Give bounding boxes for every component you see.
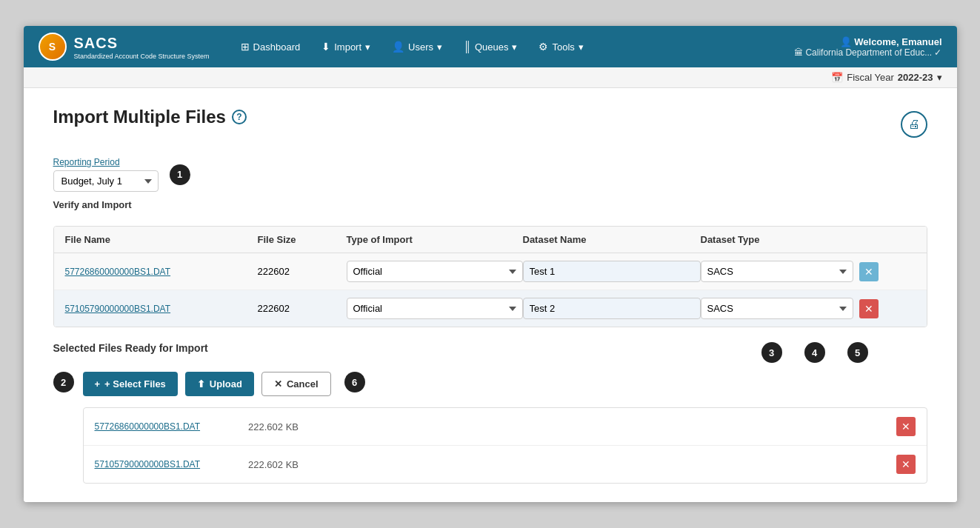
- logo-text: SACS Standardized Account Code Structure…: [74, 33, 210, 61]
- col-typeofimport: Type of Import: [347, 234, 523, 245]
- users-icon: 👤: [392, 41, 404, 53]
- tools-icon: ⚙: [539, 41, 548, 53]
- chevron-down-icon: ▾: [937, 72, 942, 83]
- dataset-name-input-2[interactable]: [523, 298, 701, 319]
- file-size-2: 222602: [258, 303, 347, 314]
- files-list: 57726860000000BS1.DAT 222.602 KB ✕ 57105…: [83, 407, 927, 484]
- print-button[interactable]: 🖨: [901, 111, 927, 138]
- import-table: File Name File Size Type of Import Datas…: [53, 226, 927, 327]
- nav-users[interactable]: 👤 Users ▾: [383, 35, 451, 59]
- col-datasetname: Dataset Name: [523, 234, 701, 245]
- dataset-type-select-2[interactable]: SACS Other: [701, 298, 853, 319]
- org-text[interactable]: 🏛 California Department of Educ... ✓: [794, 47, 941, 58]
- listed-file-size-1: 222.602 KB: [248, 421, 299, 432]
- list-item: 57105790000000BS1.DAT 222.602 KB ✕: [84, 446, 927, 483]
- logo-icon: S: [39, 33, 67, 61]
- step-5-badge: 5: [847, 342, 868, 363]
- dashboard-icon: ⊞: [241, 41, 250, 53]
- reporting-period-label: Reporting Period: [53, 157, 159, 167]
- cancel-button[interactable]: ✕ Cancel: [261, 372, 331, 396]
- upload-button[interactable]: ⬆ Upload: [185, 372, 254, 396]
- user-icon: 👤: [840, 36, 852, 47]
- remove-row-2-button[interactable]: ✕: [859, 299, 879, 318]
- verify-label: Verify and Import: [53, 199, 132, 210]
- type-of-import-select-2[interactable]: Official Test: [347, 298, 523, 319]
- chevron-down-icon: ▾: [512, 41, 517, 53]
- dataset-type-select-1[interactable]: SACS Other: [701, 261, 853, 282]
- calendar-icon: 📅: [831, 72, 843, 83]
- nav-dashboard[interactable]: ⊞ Dashboard: [232, 35, 310, 59]
- remove-row-1-button[interactable]: ✕: [859, 262, 879, 281]
- chevron-down-icon: ▾: [437, 41, 442, 53]
- step-6-badge: 6: [344, 372, 365, 392]
- file-size-1: 222602: [258, 266, 347, 277]
- chevron-down-icon: ▾: [365, 41, 370, 53]
- subheader: 📅 Fiscal Year 2022-23 ▾: [24, 67, 957, 88]
- welcome-text: 👤 Welcome, Emanuel: [794, 36, 941, 47]
- step-2-badge: 2: [53, 372, 74, 392]
- remove-listed-file-2-button[interactable]: ✕: [896, 455, 916, 474]
- nav-import[interactable]: ⬇ Import ▾: [313, 35, 379, 59]
- table-row: 57726860000000BS1.DAT 222602 Official Te…: [54, 253, 927, 290]
- type-of-import-select-1[interactable]: Official Test: [347, 261, 523, 282]
- user-info: 👤 Welcome, Emanuel 🏛 California Departme…: [794, 36, 941, 58]
- file-name-2[interactable]: 57105790000000BS1.DAT: [65, 304, 171, 314]
- main-nav: ⊞ Dashboard ⬇ Import ▾ 👤 Users ▾ ║ Queue…: [232, 35, 794, 59]
- import-icon: ⬇: [321, 41, 330, 53]
- col-actions: [879, 234, 916, 245]
- fiscal-year-selector[interactable]: 📅 Fiscal Year 2022-23 ▾: [831, 72, 941, 83]
- col-filename: File Name: [65, 234, 258, 245]
- cancel-icon: ✕: [274, 378, 282, 390]
- chevron-down-icon: ▾: [579, 41, 584, 53]
- building-icon: 🏛: [794, 47, 803, 58]
- select-files-button[interactable]: + + Select Files: [83, 372, 178, 396]
- col-filesize: File Size: [258, 234, 347, 245]
- selected-files-label: Selected Files Ready for Import: [53, 342, 208, 354]
- reporting-period-select[interactable]: Budget, July 1 Unaudited Actuals First I…: [53, 170, 159, 192]
- nav-queues[interactable]: ║ Queues ▾: [455, 35, 526, 59]
- nav-tools[interactable]: ⚙ Tools ▾: [530, 35, 592, 59]
- table-row: 57105790000000BS1.DAT 222602 Official Te…: [54, 290, 927, 327]
- reporting-period-field: Reporting Period Budget, July 1 Unaudite…: [53, 157, 159, 192]
- print-icon: 🖨: [908, 118, 920, 131]
- step-3-badge: 3: [761, 342, 782, 363]
- help-icon[interactable]: ?: [232, 110, 247, 124]
- upload-icon: ⬆: [197, 378, 205, 390]
- reporting-period-section: Reporting Period Budget, July 1 Unaudite…: [53, 157, 927, 211]
- main-content: Import Multiple Files ? 🖨 Reporting Peri…: [24, 88, 957, 502]
- plus-icon: +: [95, 378, 101, 390]
- queues-icon: ║: [464, 41, 471, 53]
- col-datasettype: Dataset Type: [701, 234, 879, 245]
- step-4-badge: 4: [804, 342, 825, 363]
- selected-files-section: Selected Files Ready for Import 3 4 5 2 …: [53, 342, 927, 484]
- remove-listed-file-1-button[interactable]: ✕: [896, 417, 916, 436]
- page-title: Import Multiple Files ?: [53, 107, 247, 127]
- listed-file-size-2: 222.602 KB: [248, 459, 299, 470]
- listed-file-name-1[interactable]: 57726860000000BS1.DAT: [95, 421, 201, 432]
- listed-file-name-2[interactable]: 57105790000000BS1.DAT: [95, 459, 201, 469]
- top-nav: S SACS Standardized Account Code Structu…: [24, 26, 957, 67]
- table-header: File Name File Size Type of Import Datas…: [54, 227, 927, 253]
- form-row: Reporting Period Budget, July 1 Unaudite…: [53, 157, 927, 192]
- file-name-1[interactable]: 57726860000000BS1.DAT: [65, 267, 171, 277]
- logo: S SACS Standardized Account Code Structu…: [39, 33, 210, 61]
- step-1-badge: 1: [170, 164, 190, 185]
- list-item: 57726860000000BS1.DAT 222.602 KB ✕: [84, 408, 927, 446]
- action-buttons: + + Select Files ⬆ Upload ✕ Cancel 6: [83, 372, 927, 396]
- dataset-name-input-1[interactable]: [523, 261, 701, 282]
